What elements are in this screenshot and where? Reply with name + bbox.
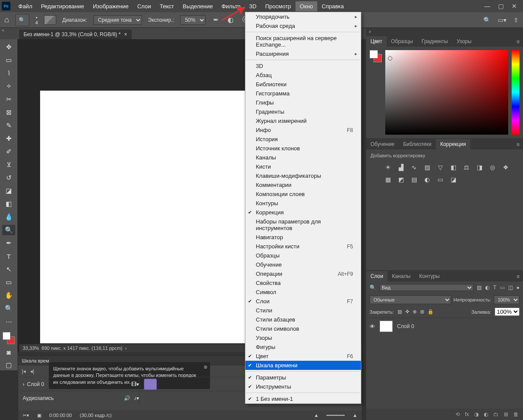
menu-file[interactable]: Файл xyxy=(14,1,37,11)
path-select-tool[interactable]: ↖ xyxy=(2,264,15,274)
layer-thumbnail[interactable] xyxy=(380,321,393,332)
tl-first-frame-icon[interactable]: |◂ xyxy=(22,368,26,374)
delete-layer-icon[interactable]: 🗑 xyxy=(513,411,519,417)
color-fgbg-swatch[interactable] xyxy=(370,50,382,62)
dd-learn[interactable]: Обучение xyxy=(245,260,361,269)
dd-modifier-keys[interactable]: Клавиши-модификаторы xyxy=(245,171,361,180)
brush-tool[interactable]: ✐ xyxy=(2,146,15,157)
tl-prev-frame-icon[interactable]: ◂| xyxy=(30,368,34,374)
dd-layer-comps[interactable]: Композиции слоев xyxy=(245,190,361,199)
dd-info[interactable]: ИнфоF8 xyxy=(245,125,361,135)
crop-tool[interactable]: ✂ xyxy=(2,94,15,105)
tl-convert-icon[interactable]: ▣ xyxy=(37,413,41,418)
dd-options[interactable]: Параметры xyxy=(245,373,361,382)
dd-glyphs[interactable]: Глифы xyxy=(245,98,361,107)
protect-tones-icon[interactable]: ◐ xyxy=(228,16,234,24)
filter-type-icon[interactable]: T xyxy=(493,285,496,291)
dd-patterns[interactable]: Узоры xyxy=(245,333,361,342)
screen-mode-icon[interactable]: ▢ xyxy=(2,360,15,370)
brush-panel-icon[interactable] xyxy=(44,15,56,25)
track-filmstrip-icon[interactable]: 🎞▾ xyxy=(131,381,139,387)
tl-zoom-out-icon[interactable]: ▲ xyxy=(314,413,319,418)
fill-select[interactable]: 100% xyxy=(495,308,520,316)
status-arrow-icon[interactable]: › xyxy=(125,345,127,351)
filter-shape-icon[interactable]: ▭ xyxy=(500,285,505,291)
menu-view[interactable]: Просмотр xyxy=(261,1,295,11)
tl-cut-icon[interactable]: ✂▾ xyxy=(23,413,29,418)
tab-learn[interactable]: Обучение xyxy=(366,139,399,149)
filter-pixel-icon[interactable]: ▧ xyxy=(477,285,482,291)
adj-posterize-icon[interactable]: ▤ xyxy=(410,176,418,183)
dd-adjustments[interactable]: Коррекция xyxy=(245,208,361,217)
menu-edit[interactable]: Редактирование xyxy=(37,1,88,11)
dd-doc1[interactable]: 1 Без имени-1 xyxy=(245,394,361,403)
menu-filter[interactable]: Фильтр xyxy=(217,1,245,11)
shape-tool[interactable]: ▭ xyxy=(2,277,15,288)
layers-panel-menu-icon[interactable]: ≡ xyxy=(513,272,523,281)
opacity-select[interactable]: 100% xyxy=(494,295,520,304)
dd-3d[interactable]: 3D xyxy=(245,61,361,71)
dd-color[interactable]: ЦветF6 xyxy=(245,352,361,361)
link-layers-icon[interactable]: ⟲ xyxy=(455,411,460,417)
adj-exposure-icon[interactable]: ▨ xyxy=(423,163,431,171)
adj-invert-icon[interactable]: ◩ xyxy=(397,176,405,183)
adj-color-lookup-icon[interactable]: ▦ xyxy=(384,176,392,183)
tab-layers[interactable]: Слои xyxy=(366,271,387,281)
exposure-select[interactable]: 50% xyxy=(180,15,206,25)
adj-color-balance-icon[interactable]: ⚖ xyxy=(462,163,471,171)
dd-paths[interactable]: Контуры xyxy=(245,199,361,208)
airbrush-icon[interactable]: ✒ xyxy=(213,16,219,24)
edit-toolbar-icon[interactable]: ⋯ xyxy=(2,316,15,327)
menu-type[interactable]: Текст xyxy=(156,1,179,11)
tl-zoom-in-icon[interactable]: ▲ xyxy=(353,413,357,418)
dd-layers[interactable]: СлоиF7 xyxy=(245,297,361,306)
dd-arrange[interactable]: Упорядочить xyxy=(245,12,361,21)
adj-channel-mixer-icon[interactable]: ❖ xyxy=(501,163,510,171)
dd-brushes[interactable]: Кисти xyxy=(245,162,361,171)
share-icon[interactable]: ⇪ xyxy=(513,17,519,24)
audio-notes-icon[interactable]: ♪▾ xyxy=(134,395,139,401)
tab-color[interactable]: Цвет xyxy=(366,36,387,47)
dd-styles[interactable]: Стили xyxy=(245,306,361,315)
hand-tool[interactable]: ✋ xyxy=(2,290,15,301)
dd-histogram[interactable]: Гистограмма xyxy=(245,89,361,98)
filter-adjust-icon[interactable]: ◐ xyxy=(485,285,489,291)
adjust-panel-menu-icon[interactable]: ≡ xyxy=(513,140,523,149)
adj-curves-icon[interactable]: ∿ xyxy=(410,163,418,171)
tab-gradients[interactable]: Градиенты xyxy=(417,36,452,47)
layer-kind-select[interactable]: Вид xyxy=(380,284,473,291)
color-field[interactable] xyxy=(385,50,508,135)
color-panel-menu-icon[interactable]: ≡ xyxy=(513,37,523,47)
marquee-tool[interactable]: ▭ xyxy=(2,55,15,65)
tab-patterns[interactable]: Узоры xyxy=(452,36,476,47)
tooltip-close-icon[interactable]: ⊗ xyxy=(204,364,207,370)
lock-artboard-icon[interactable]: ⊕ xyxy=(413,309,417,315)
quick-select-tool[interactable]: ✧ xyxy=(2,81,15,91)
tab-libraries[interactable]: Библиотеки xyxy=(399,139,436,149)
dd-gradients[interactable]: Градиенты xyxy=(245,107,361,116)
status-zoom[interactable]: 33,33% xyxy=(23,345,39,351)
filter-search-icon[interactable]: 🔍 xyxy=(370,285,376,291)
track-expand-icon[interactable]: › xyxy=(23,381,24,387)
tab-channels-panel[interactable]: Каналы xyxy=(387,271,415,281)
layer-row-0[interactable]: 👁 Слой 0 xyxy=(366,318,523,335)
document-canvas[interactable] xyxy=(40,91,246,343)
foreground-background-colors[interactable] xyxy=(3,332,15,344)
dd-swatches[interactable]: Образцы xyxy=(245,251,361,260)
dd-paragraph-styles[interactable]: Стили абзацев xyxy=(245,315,361,324)
filter-toggle-icon[interactable]: ● xyxy=(516,285,520,291)
dd-find-extensions[interactable]: Поиск расширений на сервере Exchange... xyxy=(245,34,361,49)
menu-window[interactable]: Окно xyxy=(295,1,317,11)
timeline-clip[interactable] xyxy=(144,379,157,390)
filter-smart-icon[interactable]: ◫ xyxy=(508,285,513,291)
dd-paragraph[interactable]: Абзац xyxy=(245,71,361,80)
new-adjustment-icon[interactable]: ◐ xyxy=(484,411,488,417)
layer-mask-icon[interactable]: ◑ xyxy=(474,411,479,417)
dd-history[interactable]: История xyxy=(245,135,361,144)
new-group-icon[interactable]: 🗀 xyxy=(493,411,499,417)
tab-paths-panel[interactable]: Контуры xyxy=(415,271,444,281)
zoom-tool[interactable]: 🔍 xyxy=(2,303,15,314)
dd-shapes[interactable]: Фигуры xyxy=(245,342,361,352)
adj-photo-filter-icon[interactable]: ◎ xyxy=(488,163,497,171)
menu-3d[interactable]: 3D xyxy=(245,1,261,11)
